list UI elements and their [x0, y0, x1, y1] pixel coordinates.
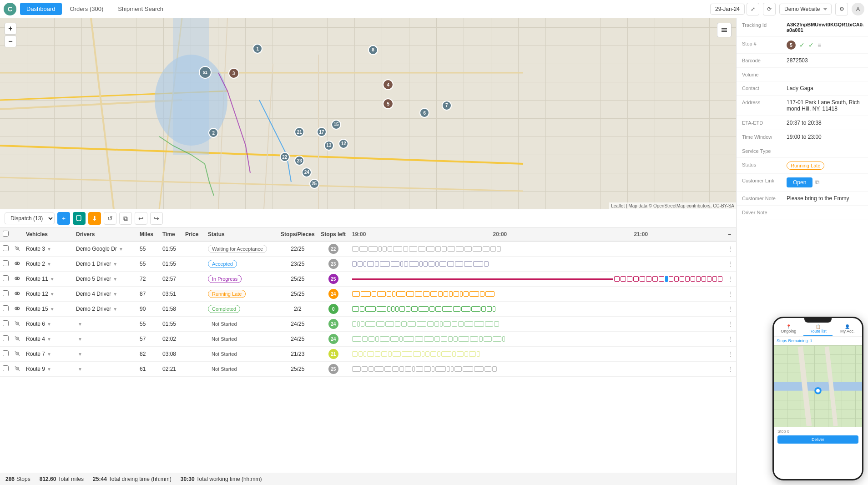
- route-name-route7[interactable]: Route 7 ▼: [23, 347, 73, 362]
- expand-icon-route11[interactable]: ▼: [50, 277, 55, 282]
- map-pin-5[interactable]: 5: [383, 98, 394, 109]
- checkbox-route15[interactable]: [3, 305, 9, 311]
- route-name-route6[interactable]: Route 6 ▼: [23, 317, 73, 332]
- demo-website-select[interactable]: Demo Website: [779, 4, 832, 15]
- row-eye-route15[interactable]: [11, 302, 23, 317]
- route-name-route4[interactable]: Route 4 ▼: [23, 332, 73, 347]
- route-name-route9[interactable]: Route 9 ▼: [23, 362, 73, 377]
- expand-icon-route12[interactable]: ▼: [50, 292, 55, 297]
- driver-expand-icon[interactable]: ▼: [78, 322, 82, 327]
- map-pin-25[interactable]: 25: [309, 179, 319, 189]
- add-button[interactable]: +: [57, 212, 70, 225]
- row-eye-route7[interactable]: [11, 347, 23, 362]
- map-pin-cluster[interactable]: 51: [199, 66, 212, 79]
- row-eye-route3[interactable]: [11, 241, 23, 257]
- fullscreen-button[interactable]: ⤢: [747, 3, 759, 15]
- map-pin-15[interactable]: 15: [331, 120, 341, 130]
- history-button[interactable]: ⟳: [763, 3, 776, 15]
- tab-dashboard[interactable]: Dashboard: [20, 3, 62, 15]
- expand-icon-route7[interactable]: ▼: [47, 352, 51, 357]
- open-link-button[interactable]: Open: [787, 177, 812, 187]
- eye-icon-route9[interactable]: [14, 367, 20, 373]
- driver-expand-icon[interactable]: ▼: [119, 247, 123, 252]
- mobile-tab-ongoing[interactable]: 📍 Ongoing: [774, 323, 803, 336]
- download-button[interactable]: ⬇: [88, 212, 101, 225]
- row-menu-route3[interactable]: ⋮: [725, 241, 736, 257]
- refresh-button[interactable]: ↺: [104, 212, 116, 225]
- map-pin-8[interactable]: 8: [368, 45, 378, 55]
- zoom-in-button[interactable]: +: [5, 23, 16, 35]
- expand-icon-route3[interactable]: ▼: [47, 247, 51, 252]
- map-pin-1[interactable]: 1: [252, 44, 262, 54]
- row-check-route3[interactable]: [0, 241, 11, 257]
- row-menu-route9[interactable]: ⋮: [725, 362, 736, 377]
- row-menu-route2[interactable]: ⋮: [725, 257, 736, 272]
- expand-icon-route15[interactable]: ▼: [50, 307, 55, 312]
- driver-expand-icon[interactable]: ▼: [113, 277, 117, 282]
- checkbox-route2[interactable]: [3, 260, 9, 266]
- checkbox-route3[interactable]: [3, 245, 9, 251]
- map-pin-17[interactable]: 17: [317, 127, 327, 137]
- row-eye-route11[interactable]: [11, 272, 23, 287]
- mobile-tab-my-acc[interactable]: 👤 My Acc.: [833, 323, 862, 336]
- expand-icon-route6[interactable]: ▼: [47, 322, 51, 327]
- row-check-route2[interactable]: [0, 257, 11, 272]
- route-name-route2[interactable]: Route 2 ▼: [23, 257, 73, 272]
- checkbox-route11[interactable]: [3, 275, 9, 281]
- mobile-tab-route-list[interactable]: 📋 Route list: [803, 323, 833, 336]
- route-name-route11[interactable]: Route 11 ▼: [23, 272, 73, 287]
- map-pin-2[interactable]: 2: [208, 128, 218, 138]
- driver-expand-icon[interactable]: ▼: [78, 367, 82, 372]
- tab-shipment-search[interactable]: Shipment Search: [111, 3, 170, 15]
- route-name-route15[interactable]: Route 15 ▼: [23, 302, 73, 317]
- row-check-route4[interactable]: [0, 332, 11, 347]
- row-menu-route11[interactable]: ⋮: [725, 272, 736, 287]
- eye-icon-route15[interactable]: [14, 307, 20, 313]
- avatar[interactable]: A: [852, 3, 864, 15]
- expand-icon-route4[interactable]: ▼: [47, 337, 51, 342]
- eye-icon-route2[interactable]: [14, 262, 20, 268]
- expand-icon-route2[interactable]: ▼: [47, 262, 51, 267]
- expand-icon-route9[interactable]: ▼: [47, 367, 51, 372]
- eye-icon-route11[interactable]: [14, 277, 20, 283]
- driver-expand-icon[interactable]: ▼: [113, 292, 117, 297]
- row-menu-route7[interactable]: ⋮: [725, 347, 736, 362]
- row-menu-route15[interactable]: ⋮: [725, 302, 736, 317]
- route-name-route3[interactable]: Route 3 ▼: [23, 241, 73, 257]
- checkbox-route12[interactable]: [3, 290, 9, 296]
- copy-link-icon[interactable]: ⧉: [815, 179, 819, 186]
- row-menu-route6[interactable]: ⋮: [725, 317, 736, 332]
- map-pin-24[interactable]: 24: [302, 167, 312, 177]
- mobile-deliver-button[interactable]: Deliver: [777, 435, 858, 444]
- map-pin-7[interactable]: 7: [442, 101, 452, 111]
- map-pin-13[interactable]: 13: [324, 141, 334, 151]
- row-eye-route6[interactable]: [11, 317, 23, 332]
- row-check-route6[interactable]: [0, 317, 11, 332]
- row-eye-route2[interactable]: [11, 257, 23, 272]
- row-menu-route4[interactable]: ⋮: [725, 332, 736, 347]
- settings-button[interactable]: ⚙: [835, 3, 848, 15]
- driver-expand-icon[interactable]: ▼: [113, 262, 117, 267]
- row-check-route9[interactable]: [0, 362, 11, 377]
- driver-expand-icon[interactable]: ▼: [113, 307, 117, 312]
- driver-expand-icon[interactable]: ▼: [78, 352, 82, 357]
- checkbox-route9[interactable]: [3, 365, 9, 371]
- row-menu-route12[interactable]: ⋮: [725, 287, 736, 302]
- layers-button[interactable]: [717, 23, 732, 37]
- driver-expand-icon[interactable]: ▼: [78, 337, 82, 342]
- route-name-route12[interactable]: Route 12 ▼: [23, 287, 73, 302]
- eye-icon-route4[interactable]: [14, 337, 20, 343]
- map-pin-12[interactable]: 12: [338, 139, 348, 149]
- checkbox-route7[interactable]: [3, 350, 9, 356]
- undo-button[interactable]: ↩: [135, 212, 147, 225]
- map-pin-6[interactable]: 6: [419, 108, 429, 118]
- row-check-route7[interactable]: [0, 347, 11, 362]
- redo-button[interactable]: ↪: [150, 212, 163, 225]
- eye-icon-route3[interactable]: [14, 247, 20, 253]
- edit-button[interactable]: [73, 212, 86, 225]
- tab-orders[interactable]: Orders (300): [64, 3, 110, 15]
- map-pin-3[interactable]: 3: [228, 68, 239, 79]
- row-eye-route12[interactable]: [11, 287, 23, 302]
- row-check-route12[interactable]: [0, 287, 11, 302]
- checkbox-route4[interactable]: [3, 335, 9, 341]
